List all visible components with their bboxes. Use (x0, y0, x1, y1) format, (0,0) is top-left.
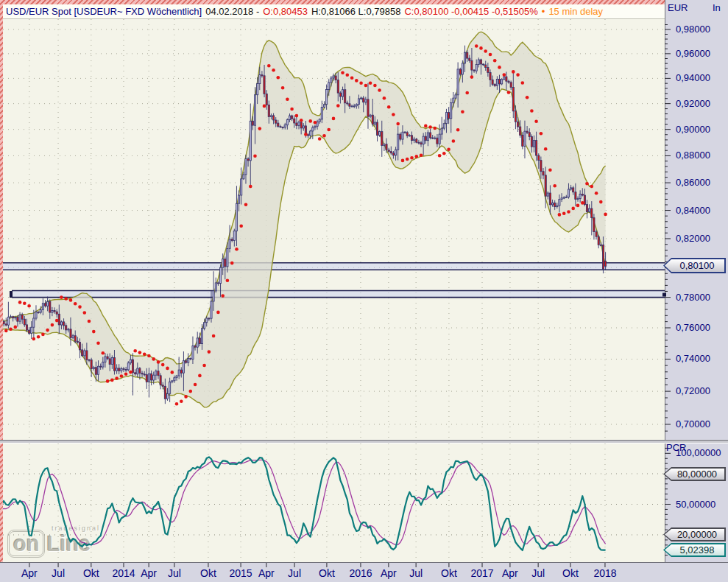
candle-body (31, 327, 32, 333)
sar-dot (530, 109, 534, 113)
candle-body (317, 122, 318, 126)
candle-body (584, 195, 585, 205)
indicator-current-value: 5,02398 (665, 544, 724, 555)
candle-body (356, 105, 357, 106)
sar-dot (392, 113, 395, 116)
candle-body (201, 329, 202, 344)
sar-dot (258, 127, 262, 130)
bollinger-band-layer[interactable] (1, 32, 606, 407)
candle-body (21, 315, 23, 319)
candle-body (478, 60, 479, 64)
sar-dot (110, 379, 114, 382)
candle-body (144, 374, 145, 375)
candle-body (577, 199, 579, 200)
support-zone[interactable] (3, 263, 665, 270)
candle-body (300, 122, 302, 128)
candle-body (331, 78, 332, 83)
sar-dot (106, 379, 110, 383)
sar-dot (244, 203, 248, 207)
support-zone[interactable] (12, 290, 665, 297)
sar-dot (171, 371, 174, 374)
price-tick-label: 0,90000 (676, 124, 710, 135)
candle-body (591, 208, 593, 218)
candle-body (351, 106, 353, 107)
candle-body (185, 361, 187, 363)
time-axis-label: Okt (432, 567, 466, 579)
candle-body (443, 124, 445, 128)
candle-body (551, 203, 553, 205)
chart-canvas[interactable] (0, 0, 728, 582)
sar-dot (548, 168, 552, 172)
candle-body (211, 301, 212, 318)
candle-body (314, 126, 316, 127)
candle-body (52, 310, 53, 312)
sar-dot (498, 66, 501, 69)
sar-dot (157, 360, 160, 364)
sar-dot (60, 295, 63, 299)
candle-body (554, 203, 556, 206)
candle-body (268, 105, 269, 116)
sar-dot (438, 154, 442, 158)
candle-body (192, 346, 194, 360)
candle-body (517, 122, 519, 127)
candle-body (217, 283, 219, 284)
time-axis-label: Jul (158, 567, 191, 579)
candle-body (91, 360, 92, 368)
sar-dot (507, 91, 511, 94)
candle-body (411, 136, 412, 141)
support-zone-handle[interactable] (10, 291, 13, 298)
candle-body (473, 70, 475, 71)
candle-body (111, 357, 113, 364)
tradesignal-chart-window: { "colors":{ "accent_navy":"#00007d","ti… (0, 0, 728, 582)
candle-body (358, 99, 359, 105)
candle-body (273, 116, 275, 120)
candle-body (545, 175, 546, 196)
price-tick-label: 0,84000 (676, 205, 710, 216)
support-zones-layer (3, 263, 665, 298)
price-tick-label: 0,88000 (676, 150, 710, 161)
sar-dot (516, 73, 520, 77)
candle-body (469, 58, 470, 60)
candle-body (490, 73, 491, 80)
sar-dot (83, 311, 87, 315)
candle-body (498, 80, 500, 84)
candle-body (459, 69, 461, 74)
candle-body (252, 121, 253, 125)
candle-body (107, 357, 108, 359)
price-tick-label: 0,98000 (676, 24, 710, 35)
candle-body (125, 369, 127, 370)
sar-dot (133, 349, 137, 353)
candle-body (63, 322, 65, 326)
candle-body (84, 351, 85, 356)
sar-dot (355, 79, 358, 83)
candle-body (540, 161, 542, 172)
candle-body (556, 206, 558, 207)
candle-body (86, 351, 88, 360)
sar-dot (92, 330, 96, 334)
candle-body (565, 197, 567, 197)
sar-dot (308, 119, 312, 123)
candle-body (586, 205, 587, 212)
candle-body (526, 131, 528, 133)
sar-dot (576, 204, 580, 208)
price-tick-label: 0,86000 (676, 177, 710, 188)
sar-dot (202, 364, 206, 368)
candle-body (494, 85, 495, 86)
candle-body (56, 312, 57, 314)
sar-dot (239, 225, 243, 228)
candle-body (137, 368, 138, 374)
candle-body (414, 139, 415, 141)
sar-dot (102, 351, 105, 355)
candle-body (506, 77, 507, 81)
sar-dot (373, 84, 377, 88)
candle-body (582, 194, 583, 195)
candle-body (188, 359, 189, 363)
support-zone-axis-handle[interactable] (662, 293, 666, 297)
sar-dot (64, 297, 68, 301)
candle-body (568, 189, 569, 197)
candle-body (213, 291, 214, 301)
candle-body (529, 133, 530, 137)
indicator-lines-layer[interactable] (1, 457, 606, 550)
price-tick-label: 0,72000 (676, 385, 710, 396)
sar-dot (562, 211, 566, 215)
